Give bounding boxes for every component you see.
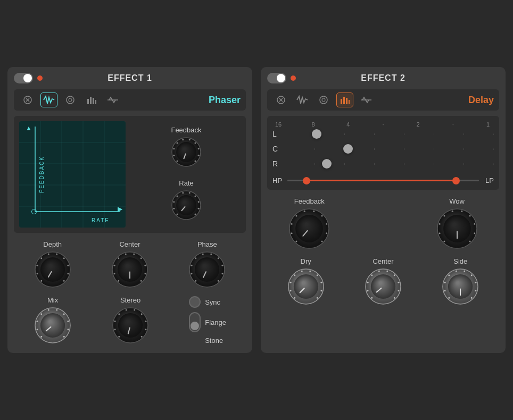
lp-thumb[interactable] <box>452 177 460 184</box>
effect2-type-selector: Delay <box>267 89 499 111</box>
r-slider-row: R <box>272 159 494 168</box>
effect2-header: EFFECT 2 <box>267 73 499 83</box>
sync-toggle[interactable] <box>189 296 201 308</box>
mix-label: Mix <box>47 296 58 304</box>
stereo-label: Stereo <box>120 296 140 304</box>
effect1-header: EFFECT 1 <box>14 73 246 83</box>
svg-rect-16 <box>343 97 345 104</box>
effect1-icon-off[interactable] <box>19 93 36 107</box>
phaser-section: ▲ FEEDBACK RATE ▶ Feedback Rate <box>14 116 246 233</box>
grid-label-1: 1 <box>484 121 492 128</box>
dry-knob[interactable] <box>287 267 325 308</box>
wow-knob[interactable] <box>436 207 478 252</box>
delay-feedback-knob[interactable] <box>288 207 330 252</box>
feedback-knob[interactable] <box>170 136 202 170</box>
grid-label-4: 4 <box>344 121 352 128</box>
dry-group: Dry <box>287 257 325 308</box>
svg-rect-15 <box>341 99 342 104</box>
sync-toggle-item: Sync <box>189 296 220 308</box>
effect2-knobs-row2: Dry Center Side <box>267 257 499 308</box>
hp-thumb[interactable] <box>303 177 310 184</box>
svg-rect-8 <box>95 100 96 104</box>
xy-pad[interactable]: ▲ FEEDBACK RATE ▶ <box>19 121 126 228</box>
phase-knob[interactable] <box>188 250 226 291</box>
c-label: C <box>272 145 281 153</box>
l-slider-row: L <box>272 130 494 138</box>
panels-container: EFFECT 1 Phaser ▲ <box>3 63 510 357</box>
stone-toggle-item: Stone <box>189 337 223 345</box>
grid-label-dot2: · <box>449 121 457 128</box>
depth-knob[interactable] <box>34 250 72 291</box>
r-slider-thumb[interactable] <box>322 159 332 169</box>
effect2-icon-bars[interactable] <box>336 93 353 107</box>
rate-knob[interactable] <box>170 189 202 223</box>
effect1-icon-bars[interactable] <box>83 93 100 107</box>
delay-section: 16 8 4 · 2 · 1 L C <box>267 116 499 190</box>
hp-lp-row: HP LP <box>272 177 494 184</box>
effect1-name: Phaser <box>209 95 241 106</box>
effect2-icon-eq[interactable] <box>358 93 375 107</box>
delay-feedback-group: Feedback <box>288 197 330 252</box>
grid-label-8: 8 <box>310 121 317 128</box>
xy-label-y: FEEDBACK <box>39 156 45 193</box>
svg-point-14 <box>322 98 325 102</box>
effect1-panel: EFFECT 1 Phaser ▲ <box>7 67 252 353</box>
sync-label: Sync <box>205 298 220 306</box>
depth-label: Depth <box>43 240 62 248</box>
flange-toggle[interactable] <box>189 312 201 332</box>
center2-label: Center <box>373 257 393 265</box>
stereo-knob[interactable] <box>111 306 150 347</box>
rate-label: Rate <box>179 179 193 187</box>
effect2-icon-off[interactable] <box>272 93 289 107</box>
feedback-label: Feedback <box>171 126 201 134</box>
lp-label: LP <box>483 177 494 184</box>
center2-knob[interactable] <box>364 267 402 308</box>
depth-group: Depth <box>34 240 72 291</box>
side-group: Side <box>441 257 479 308</box>
center1-knob[interactable] <box>111 250 149 291</box>
center2-group: Center <box>364 257 402 308</box>
effect2-icon-wave[interactable] <box>294 93 311 107</box>
svg-rect-6 <box>90 97 92 104</box>
wow-label: Wow <box>449 197 465 205</box>
center1-label: Center <box>119 240 140 248</box>
phase-label: Phase <box>197 240 217 248</box>
effect2-knobs-row1: Feedback Wow <box>267 197 499 252</box>
effect2-panel: EFFECT 2 Delay 16 <box>261 67 506 353</box>
effect1-icon-circle[interactable] <box>62 93 79 107</box>
xy-dot[interactable] <box>31 209 37 214</box>
side-knob[interactable] <box>441 267 479 308</box>
hp-label: HP <box>272 177 283 184</box>
c-slider-row: C <box>272 145 494 153</box>
effect1-type-selector: Phaser <box>14 89 246 111</box>
effect1-icon-eq[interactable] <box>104 93 121 107</box>
effect2-toggle[interactable] <box>267 73 286 83</box>
flange-label: Flange <box>205 318 226 326</box>
mix-group: Mix <box>34 296 72 347</box>
effect1-knobs-row2: Mix Stereo Sync <box>14 296 246 347</box>
xy-label-x: RATE <box>92 217 110 223</box>
stereo-group: Stereo <box>111 296 150 347</box>
effect1-knobs-row1: Depth Center Phase <box>14 240 246 291</box>
effect1-icon-wave[interactable] <box>40 93 57 107</box>
hp-lp-track <box>287 180 479 181</box>
grid-label-dot1: · <box>379 121 387 128</box>
stone-label: Stone <box>205 337 223 345</box>
c-slider-thumb[interactable] <box>343 144 353 154</box>
svg-rect-7 <box>93 98 94 104</box>
effect2-icon-circle[interactable] <box>315 93 332 107</box>
effect2-red-dot <box>291 75 296 81</box>
wow-group: Wow <box>436 197 478 252</box>
effect1-toggle[interactable] <box>14 73 33 83</box>
grid-labels: 16 8 4 · 2 · 1 <box>272 121 494 128</box>
r-slider-track <box>285 163 494 165</box>
flange-toggle-item: Flange <box>189 312 226 332</box>
r-label: R <box>272 159 281 168</box>
svg-rect-5 <box>87 99 89 104</box>
side-label: Side <box>453 257 467 265</box>
l-slider-thumb[interactable] <box>312 129 321 139</box>
grid-label-16: 16 <box>275 121 282 128</box>
feedback-knob-group: Feedback <box>132 126 241 170</box>
mix-knob[interactable] <box>34 306 72 347</box>
effect1-red-dot <box>37 75 43 81</box>
